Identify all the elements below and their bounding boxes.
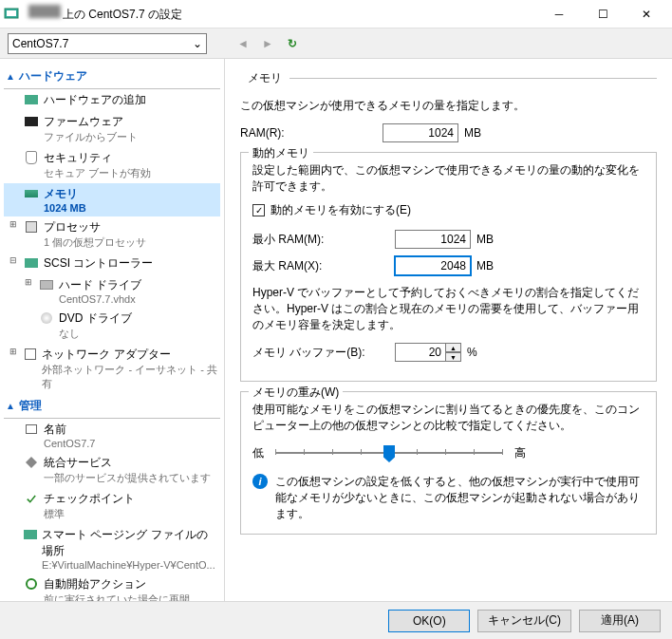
content-panel: メモリ この仮想マシンが使用できるメモリの量を指定します。 RAM(R): MB… bbox=[224, 59, 672, 601]
shield-icon bbox=[23, 150, 40, 165]
checkpoint-icon bbox=[23, 491, 40, 506]
buffer-input[interactable] bbox=[395, 343, 446, 362]
ram-unit: MB bbox=[464, 126, 481, 140]
section-hardware[interactable]: ▲ ハードウェア bbox=[4, 65, 220, 89]
buffer-desc: Hyper-V でバッファーとして予約しておくべきメモリの割合を指定してください… bbox=[252, 285, 644, 333]
hdd-icon bbox=[38, 277, 55, 292]
minimize-button[interactable]: ─ bbox=[537, 0, 581, 28]
min-ram-label: 最小 RAM(M): bbox=[252, 232, 395, 248]
memory-weight-info: この仮想マシンの設定を低くすると、他の仮想マシンが実行中で使用可能なメモリが少な… bbox=[275, 474, 644, 522]
apply-button[interactable]: 適用(A) bbox=[579, 610, 661, 632]
ram-input[interactable] bbox=[383, 123, 458, 142]
memory-weight-slider[interactable] bbox=[275, 442, 503, 464]
autostart-icon bbox=[23, 576, 40, 592]
maximize-button[interactable]: ☐ bbox=[581, 0, 625, 28]
vm-selector-value: CentOS7.7 bbox=[12, 37, 68, 50]
nav-back-button[interactable]: ◄ bbox=[233, 34, 252, 53]
spinner-up[interactable]: ▲ bbox=[446, 343, 461, 352]
ok-button[interactable]: OK(O) bbox=[388, 610, 470, 632]
services-icon bbox=[23, 455, 40, 470]
collapse-icon[interactable]: ⊟ bbox=[8, 255, 19, 265]
close-button[interactable]: ✕ bbox=[625, 0, 668, 28]
sidebar-item-scsi[interactable]: ⊟ SCSI コントローラー bbox=[4, 253, 220, 274]
sidebar-item-security[interactable]: セキュリティセキュア ブートが有効 bbox=[4, 147, 220, 183]
enable-dynamic-checkbox[interactable]: ✓ bbox=[252, 204, 265, 216]
refresh-button[interactable]: ↻ bbox=[283, 34, 302, 53]
section-management[interactable]: ▲ 管理 bbox=[4, 394, 220, 419]
sidebar-item-memory[interactable]: メモリ1024 MB bbox=[4, 183, 220, 216]
max-ram-input[interactable] bbox=[395, 256, 471, 275]
sidebar-item-paging[interactable]: スマート ページング ファイルの場所E:¥VirtualMachine¥Hype… bbox=[4, 524, 220, 573]
cpu-icon bbox=[23, 219, 40, 235]
sidebar-item-checkpoint[interactable]: チェックポイント標準 bbox=[4, 488, 220, 524]
slider-low-label: 低 bbox=[252, 445, 264, 461]
chevron-down-icon: ⌄ bbox=[193, 37, 202, 50]
app-icon bbox=[4, 7, 23, 22]
dynamic-memory-legend: 動的メモリ bbox=[249, 145, 313, 161]
expand-icon[interactable]: ⊞ bbox=[8, 347, 18, 356]
panel-description: この仮想マシンが使用できるメモリの量を指定します。 bbox=[240, 98, 657, 114]
cancel-button[interactable]: キャンセル(C) bbox=[477, 610, 571, 632]
sidebar-item-integration[interactable]: 統合サービス一部のサービスが提供されています bbox=[4, 452, 220, 488]
memory-weight-legend: メモリの重み(W) bbox=[249, 385, 343, 401]
min-ram-input[interactable] bbox=[395, 230, 471, 249]
dynamic-memory-group: 動的メモリ 設定した範囲内で、この仮想マシンで使用できるメモリの量の動的な変化を… bbox=[240, 152, 657, 382]
nav-forward-button[interactable]: ► bbox=[258, 34, 277, 53]
memory-weight-desc: 使用可能なメモリをこの仮想マシンに割り当てるときの優先度を、このコンピューター上… bbox=[252, 402, 644, 434]
window-title: 上の CentOS7.7 の設定 bbox=[28, 5, 537, 23]
slider-high-label: 高 bbox=[514, 445, 526, 461]
svg-rect-1 bbox=[7, 10, 16, 16]
panel-title: メモリ bbox=[248, 70, 282, 86]
sidebar-item-hdd[interactable]: ⊞ ハード ドライブCentOS7.7.vhdx bbox=[4, 274, 220, 308]
expand-icon[interactable]: ⊞ bbox=[23, 277, 34, 287]
memory-weight-group: メモリの重み(W) 使用可能なメモリをこの仮想マシンに割り当てるときの優先度を、… bbox=[240, 391, 657, 535]
expand-icon[interactable]: ⊞ bbox=[8, 219, 19, 229]
info-icon: i bbox=[252, 474, 268, 489]
sidebar-item-autostart[interactable]: 自動開始アクション前に実行されていた場合に再開 bbox=[4, 573, 220, 601]
sidebar-item-add-hardware[interactable]: ハードウェアの追加 bbox=[4, 89, 220, 111]
sidebar-item-dvd[interactable]: DVD ドライブなし bbox=[4, 308, 220, 344]
max-ram-label: 最大 RAM(X): bbox=[252, 258, 395, 274]
dvd-icon bbox=[38, 310, 55, 326]
ram-label: RAM(R): bbox=[240, 126, 383, 140]
dynamic-memory-desc: 設定した範囲内で、この仮想マシンで使用できるメモリの量の動的な変化を許可できます… bbox=[252, 162, 644, 195]
sidebar: ▲ ハードウェア ハードウェアの追加 ファームウェアファイルからブート セキュリ… bbox=[0, 59, 224, 601]
buffer-spinner[interactable]: ▲▼ bbox=[395, 343, 461, 362]
firmware-icon bbox=[23, 114, 40, 129]
sidebar-item-name[interactable]: 名前CentOS7.7 bbox=[4, 419, 220, 452]
sidebar-item-firmware[interactable]: ファームウェアファイルからブート bbox=[4, 111, 220, 147]
sidebar-item-network[interactable]: ⊞ ネットワーク アダプター外部ネットワーク - イーサネット - 共有 bbox=[4, 344, 220, 394]
buffer-label: メモリ バッファー(B): bbox=[252, 345, 395, 361]
collapse-icon: ▲ bbox=[6, 71, 15, 82]
footer: OK(O) キャンセル(C) 適用(A) bbox=[0, 601, 672, 639]
collapse-icon: ▲ bbox=[6, 401, 15, 411]
name-icon bbox=[23, 422, 40, 437]
spinner-down[interactable]: ▼ bbox=[446, 352, 461, 362]
sidebar-item-processor[interactable]: ⊞ プロセッサ1 個の仮想プロセッサ bbox=[4, 216, 220, 253]
scsi-icon bbox=[23, 255, 40, 271]
memory-icon bbox=[23, 186, 40, 201]
titlebar: 上の CentOS7.7 の設定 ─ ☐ ✕ bbox=[0, 0, 672, 28]
toolbar: CentOS7.7 ⌄ ◄ ► ↻ bbox=[0, 28, 672, 59]
paging-icon bbox=[22, 527, 38, 542]
slider-thumb[interactable] bbox=[383, 445, 395, 462]
vm-selector[interactable]: CentOS7.7 ⌄ bbox=[8, 33, 207, 54]
enable-dynamic-label: 動的メモリを有効にする(E) bbox=[271, 202, 411, 218]
network-icon bbox=[22, 347, 38, 362]
